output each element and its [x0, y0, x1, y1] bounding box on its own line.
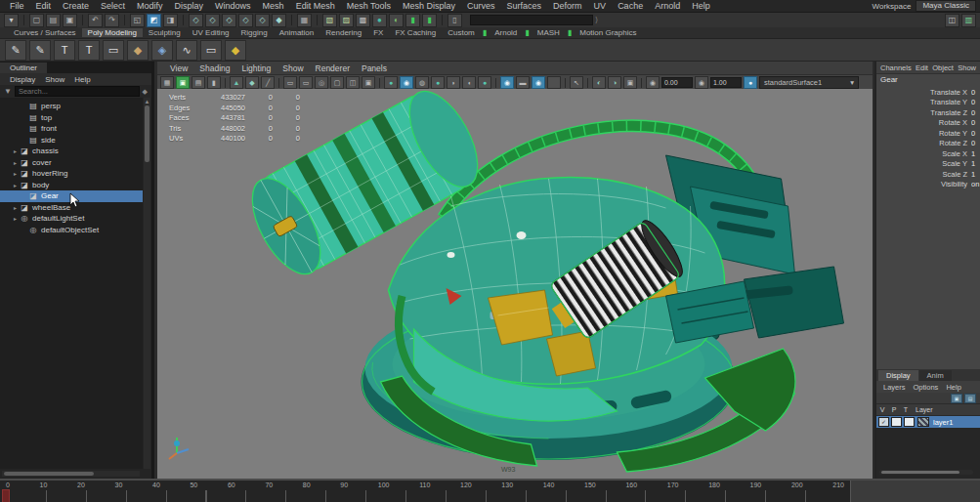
view-transform-icon[interactable]: ▣ [623, 76, 637, 89]
select-hierarchy-icon[interactable]: ◱ [130, 14, 145, 27]
time-slider[interactable]: 0102030405060708090100110120130140150160… [0, 479, 980, 502]
viewport-menu-show[interactable]: Show [277, 63, 308, 73]
shelf-tab-motion-graphics[interactable]: Motion Graphics [574, 28, 642, 37]
bifrost-icon[interactable]: ◆ [225, 40, 246, 61]
channel-attribute[interactable]: Scale Y1 [876, 159, 980, 170]
gamma-icon-small[interactable]: ◉ [695, 76, 708, 89]
curve-warp-icon[interactable]: ∿ [176, 40, 197, 61]
paint-effects-icon[interactable]: ◐ [389, 14, 404, 27]
channel-attribute[interactable]: Visibilityon [876, 180, 980, 190]
gate-mask-icon[interactable]: ▮ [207, 76, 221, 89]
resolution-gate-icon[interactable]: ◆ [245, 76, 259, 89]
shelf-tab-rendering[interactable]: Rendering [320, 28, 367, 37]
toggle-a-icon[interactable]: ▮ [405, 14, 420, 27]
outliner-item-persp[interactable]: ▤persp [0, 101, 143, 112]
lighting-off-icon[interactable]: ▭ [283, 76, 297, 89]
current-frame-marker[interactable] [2, 489, 10, 502]
toggle-b-icon[interactable]: ▮ [422, 14, 437, 27]
channel-attribute[interactable]: Translate Z0 [876, 107, 980, 118]
menu-mesh-display[interactable]: Mesh Display [397, 1, 461, 11]
shelf-tab-poly-modeling[interactable]: Poly Modeling [82, 28, 143, 37]
shelf-tab-uv-editing[interactable]: UV Editing [187, 28, 235, 37]
render-frame-icon[interactable]: ▧ [322, 14, 337, 27]
shelf-tab-sculpting[interactable]: Sculpting [143, 28, 187, 37]
viewport-canvas[interactable]: Verts43302700Edges44505000Faces44378100T… [157, 89, 873, 479]
shelf-tab-rigging[interactable]: Rigging [235, 28, 274, 37]
hscroll-thumb[interactable] [4, 472, 94, 476]
save-scene-icon[interactable]: ▣ [63, 14, 77, 27]
menu-deform[interactable]: Deform [547, 1, 588, 11]
menu-mesh-tools[interactable]: Mesh Tools [341, 1, 397, 11]
vscroll-thumb[interactable] [145, 105, 149, 162]
shelf-tab-custom[interactable]: Custom [442, 28, 481, 37]
shelf-tab-fx-caching[interactable]: FX Caching [389, 28, 442, 37]
outliner-vscrollbar[interactable]: ▲ [144, 98, 150, 469]
frame2-tool-icon[interactable]: ▭ [200, 40, 222, 61]
menu-display[interactable]: Display [169, 1, 210, 11]
outliner-menu-display[interactable]: Display [6, 75, 39, 84]
field-chart-icon[interactable]: ▲ [230, 76, 243, 89]
outliner-item-top[interactable]: ▤top [0, 112, 143, 124]
snap-point-icon[interactable]: ◇ [222, 14, 236, 27]
layer-playback-toggle[interactable] [891, 417, 902, 427]
layer-menu-layers[interactable]: Layers [880, 383, 909, 392]
quick-select-input[interactable] [470, 15, 593, 25]
shelf-tab-fx[interactable]: FX [367, 28, 389, 37]
exposure-icon[interactable]: ◐ [592, 76, 606, 89]
outliner-item-side[interactable]: ▤side [0, 135, 143, 146]
scene-3d-model[interactable] [157, 89, 873, 479]
snap-curve-icon[interactable]: ◇ [205, 14, 220, 27]
rp-hscroll-thumb[interactable] [881, 471, 959, 474]
outliner-menu-show[interactable]: Show [41, 75, 68, 84]
outliner-item-gear[interactable]: ◪Gear [0, 190, 143, 202]
channel-value[interactable]: 0 [971, 129, 980, 138]
expand-arrow-icon[interactable]: ▸ [11, 215, 20, 222]
platonic-solid-icon[interactable]: ◈ [151, 40, 173, 61]
outliner-item-defaultobjectset[interactable]: ◎defaultObjectSet [0, 225, 143, 236]
film-gate-icon[interactable]: ▤ [192, 76, 205, 89]
workspace-dropdown[interactable]: Maya Classic [916, 0, 976, 12]
empty-slot-box[interactable] [547, 76, 561, 89]
backface-cull-icon[interactable]: ◖ [462, 76, 476, 89]
channelbox-menu-show[interactable]: Show [958, 63, 976, 72]
scroll-up-icon[interactable]: ▲ [144, 98, 150, 105]
channel-attribute[interactable]: Translate X0 [876, 87, 980, 98]
channel-value[interactable]: 1 [971, 149, 980, 158]
new-scene-icon[interactable]: ▢ [29, 14, 44, 27]
shelf-tab-animation[interactable]: Animation [274, 28, 320, 37]
frame-tool-icon[interactable]: ▭ [103, 40, 124, 61]
undo-icon[interactable]: ↶ [88, 14, 103, 27]
channel-attribute[interactable]: Scale Z1 [876, 169, 980, 180]
outliner-item-body[interactable]: ▸◪body [0, 180, 143, 191]
menu-modify[interactable]: Modify [131, 1, 169, 11]
shadows-icon[interactable]: ◎ [315, 76, 328, 89]
outliner-search-input[interactable] [15, 86, 140, 97]
display-ball-icon[interactable]: ● [372, 14, 387, 27]
outliner-tab[interactable]: Outliner [0, 63, 47, 73]
channel-attribute[interactable]: Rotate Z0 [876, 139, 980, 149]
layer-template-toggle[interactable] [904, 417, 915, 427]
channel-value[interactable]: 1 [971, 170, 980, 179]
xray-icon[interactable]: ◗ [447, 76, 460, 89]
render-settings-icon[interactable]: ▩ [356, 14, 370, 27]
menu-edit[interactable]: Edit [30, 1, 58, 11]
snap-surface-icon[interactable]: ◇ [255, 14, 270, 27]
layer-tab-anim[interactable]: Anim [919, 370, 952, 381]
type-tool-icon[interactable]: T [54, 40, 75, 61]
outliner-hscrollbar[interactable] [2, 471, 140, 477]
gamma-icon[interactable]: ◑ [608, 76, 621, 89]
channel-value[interactable]: 0 [971, 118, 980, 127]
filter-options-icon[interactable]: ◆ [143, 88, 148, 96]
motion-blur-icon[interactable]: ▣ [362, 76, 375, 89]
channel-attribute[interactable]: Scale X1 [876, 148, 980, 159]
snap-grid-icon[interactable]: ◇ [189, 14, 203, 27]
outliner-item-front[interactable]: ▤front [0, 123, 143, 135]
channel-attribute[interactable]: Translate Y0 [876, 98, 980, 108]
material-dropdown[interactable]: standardSurface1 ▾ [759, 76, 859, 89]
outliner-item-defaultlightset[interactable]: ▸◎defaultLightSet [0, 213, 143, 225]
texture-ball-icon[interactable]: ● [478, 76, 491, 89]
menu-uv[interactable]: UV [588, 1, 613, 11]
outliner-item-hoverring[interactable]: ▸◪hoverRing [0, 168, 143, 180]
lighting-all-icon[interactable]: ▭ [299, 76, 313, 89]
ipr-render-icon[interactable]: ▨ [339, 14, 354, 27]
